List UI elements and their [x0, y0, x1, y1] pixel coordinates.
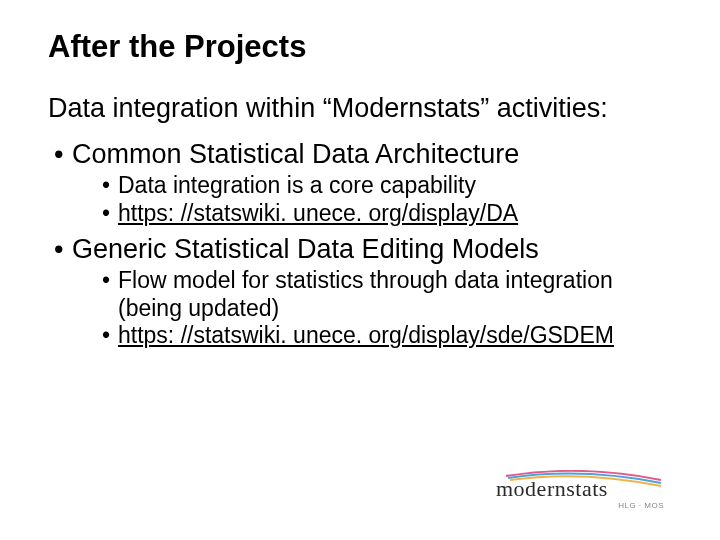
list-item-label: Common Statistical Data Architecture: [72, 139, 519, 169]
list-item: Flow model for statistics through data i…: [102, 267, 672, 322]
logo-subtext: HLG · MOS: [618, 501, 664, 510]
list-item: Generic Statistical Data Editing Models …: [54, 233, 672, 350]
list-item-label: Data integration is a core capability: [118, 172, 476, 198]
bullet-list: Common Statistical Data Architecture Dat…: [48, 138, 672, 349]
sub-list: Data integration is a core capability ht…: [72, 172, 672, 227]
slide-title: After the Projects: [48, 30, 672, 64]
list-item: https: //statswiki. unece. org/display/s…: [102, 322, 672, 350]
modernstats-logo: modernstats HLG · MOS: [496, 470, 666, 510]
slide: After the Projects Data integration with…: [0, 0, 720, 540]
list-item: https: //statswiki. unece. org/display/D…: [102, 200, 672, 228]
list-item-label: Flow model for statistics through data i…: [118, 267, 613, 321]
list-item-label: Generic Statistical Data Editing Models: [72, 234, 539, 264]
link-text[interactable]: https: //statswiki. unece. org/display/D…: [118, 200, 518, 226]
list-item: Data integration is a core capability: [102, 172, 672, 200]
list-item: Common Statistical Data Architecture Dat…: [54, 138, 672, 227]
link-text[interactable]: https: //statswiki. unece. org/display/s…: [118, 322, 614, 348]
slide-subtitle: Data integration within “Modernstats” ac…: [48, 92, 672, 124]
sub-list: Flow model for statistics through data i…: [72, 267, 672, 350]
logo-wordmark: modernstats: [496, 476, 608, 502]
